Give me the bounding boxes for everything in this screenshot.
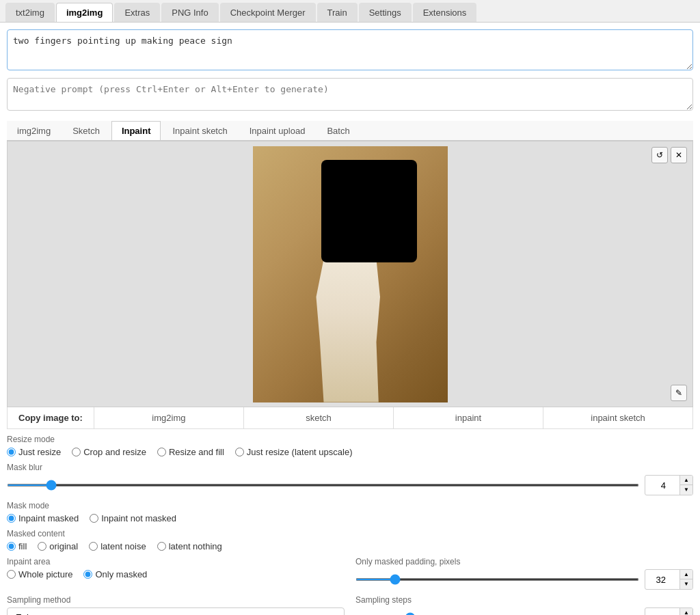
mask-blur-spinners: ▲ ▼ [679, 476, 692, 495]
tab-settings[interactable]: Settings [359, 3, 412, 22]
mask-mode-inpaint-not-masked[interactable]: Inpaint not masked [90, 513, 176, 523]
only-masked-padding-number: ▲ ▼ [645, 569, 693, 590]
tab-png-info[interactable]: PNG Info [161, 3, 218, 22]
tab-train[interactable]: Train [317, 3, 358, 22]
canvas-pencil-button[interactable]: ✎ [671, 385, 687, 401]
main-tab-bar: txt2img img2img Extras PNG Info Checkpoi… [0, 0, 700, 23]
sampling-row: Sampling method Euler a Euler LMS Heun D… [7, 595, 693, 615]
sub-tab-batch[interactable]: Batch [317, 121, 360, 140]
sampling-steps-spinners: ▲ ▼ [679, 608, 692, 615]
masked-content-latent-noise[interactable]: latent noise [89, 541, 146, 551]
hand-overlay [312, 252, 388, 402]
sampling-steps-up[interactable]: ▲ [680, 608, 692, 615]
mask-blur-slider[interactable] [7, 484, 639, 487]
mask-mode-label: Mask mode [7, 501, 693, 510]
canvas-image[interactable] [253, 146, 448, 402]
sampling-steps-input[interactable] [645, 611, 679, 616]
sampling-method-select-control: Euler a Euler LMS Heun DPM2 [7, 607, 345, 615]
negative-prompt-input[interactable] [7, 78, 693, 111]
sampling-steps-slider-row: ▲ ▼ [355, 607, 693, 615]
sampling-steps-label: Sampling steps [355, 595, 693, 605]
positive-prompt-input[interactable]: two fingers pointing up making peace sig… [7, 29, 693, 70]
mask-blur-group: Mask blur ▲ ▼ [7, 463, 693, 495]
copy-to-sketch-button[interactable]: sketch [244, 407, 394, 428]
sub-tab-bar: img2img Sketch Inpaint Inpaint sketch In… [7, 121, 693, 141]
tab-extras[interactable]: Extras [114, 3, 160, 22]
resize-mode-latent-upscale[interactable]: Just resize (latent upscale) [235, 447, 353, 457]
only-masked-padding-up[interactable]: ▲ [680, 570, 692, 579]
mask-blur-number: ▲ ▼ [645, 475, 693, 495]
mask-blur-input[interactable] [645, 478, 679, 493]
mask-blur-down[interactable]: ▼ [680, 485, 692, 495]
masked-content-latent-nothing[interactable]: latent nothing [157, 541, 222, 551]
only-masked-padding-spinners: ▲ ▼ [679, 570, 692, 589]
masked-content-group: Masked content fill original latent nois… [7, 529, 693, 551]
only-masked-padding-down[interactable]: ▼ [680, 579, 692, 589]
tab-extensions[interactable]: Extensions [413, 3, 477, 22]
masked-content-original[interactable]: original [38, 541, 78, 551]
prompt-area: two fingers pointing up making peace sig… [7, 29, 693, 72]
copy-to-inpaint-sketch-button[interactable]: inpaint sketch [543, 407, 692, 428]
resize-mode-label: Resize mode [7, 435, 693, 444]
sub-tab-img2img[interactable]: img2img [7, 121, 61, 140]
sub-tab-inpaint-upload[interactable]: Inpaint upload [239, 121, 316, 140]
canvas-controls-top: ↺ ✕ [651, 147, 687, 163]
black-mask-overlay [321, 160, 417, 262]
inpaint-area-only-masked[interactable]: Only masked [83, 569, 147, 579]
sub-tab-inpaint-sketch[interactable]: Inpaint sketch [162, 121, 237, 140]
sampling-method-select[interactable]: Euler a Euler LMS Heun DPM2 [7, 607, 345, 615]
mask-blur-slider-row: ▲ ▼ [7, 475, 693, 495]
only-masked-padding-col: Only masked padding, pixels ▲ ▼ [355, 557, 693, 590]
mask-blur-up[interactable]: ▲ [680, 476, 692, 485]
resize-mode-group: Resize mode Just resize Crop and resize … [7, 435, 693, 457]
inpaint-area-row: Inpaint area Whole picture Only masked O… [7, 557, 693, 590]
copy-image-label: Copy image to: [8, 407, 94, 428]
masked-content-options: fill original latent noise latent nothin… [7, 541, 693, 551]
copy-to-img2img-button[interactable]: img2img [94, 407, 244, 428]
sub-tab-inpaint[interactable]: Inpaint [111, 121, 161, 140]
sampling-method-col: Sampling method Euler a Euler LMS Heun D… [7, 595, 345, 615]
sampling-steps-number: ▲ ▼ [645, 607, 693, 615]
sampling-method-label: Sampling method [7, 595, 345, 605]
inpaint-area-options: Whole picture Only masked [7, 569, 345, 579]
copy-image-row: Copy image to: img2img sketch inpaint in… [7, 407, 693, 429]
masked-content-label: Masked content [7, 529, 693, 538]
only-masked-padding-label: Only masked padding, pixels [355, 557, 693, 566]
canvas-undo-button[interactable]: ↺ [651, 147, 668, 163]
masked-content-fill[interactable]: fill [7, 541, 27, 551]
canvas-area: ↺ ✕ ✎ [7, 141, 693, 407]
resize-mode-just-resize[interactable]: Just resize [7, 447, 61, 457]
resize-mode-crop-resize[interactable]: Crop and resize [72, 447, 146, 457]
canvas-close-button[interactable]: ✕ [671, 147, 687, 163]
sampling-steps-col: Sampling steps ▲ ▼ [355, 595, 693, 615]
inpaint-area-label: Inpaint area [7, 557, 345, 566]
tab-img2img[interactable]: img2img [56, 3, 113, 22]
negative-prompt-area [7, 78, 693, 113]
only-masked-padding-input[interactable] [645, 573, 679, 587]
tab-checkpoint-merger[interactable]: Checkpoint Merger [220, 3, 316, 22]
mask-mode-options: Inpaint masked Inpaint not masked [7, 513, 693, 523]
resize-mode-resize-fill[interactable]: Resize and fill [157, 447, 224, 457]
inpaint-area-whole-picture[interactable]: Whole picture [7, 569, 72, 579]
mask-mode-inpaint-masked[interactable]: Inpaint masked [7, 513, 79, 523]
controls-section: Resize mode Just resize Crop and resize … [7, 435, 693, 615]
only-masked-padding-slider-row: ▲ ▼ [355, 569, 693, 590]
sub-tab-sketch[interactable]: Sketch [62, 121, 110, 140]
canvas-pencil-control: ✎ [671, 385, 687, 401]
inpaint-area-col: Inpaint area Whole picture Only masked [7, 557, 345, 579]
only-masked-padding-slider[interactable] [355, 578, 639, 581]
main-content: two fingers pointing up making peace sig… [0, 23, 700, 615]
copy-to-inpaint-button[interactable]: inpaint [394, 407, 543, 428]
mask-mode-group: Mask mode Inpaint masked Inpaint not mas… [7, 501, 693, 523]
resize-mode-options: Just resize Crop and resize Resize and f… [7, 447, 693, 457]
mask-blur-label: Mask blur [7, 463, 693, 472]
tab-txt2img[interactable]: txt2img [5, 3, 55, 22]
